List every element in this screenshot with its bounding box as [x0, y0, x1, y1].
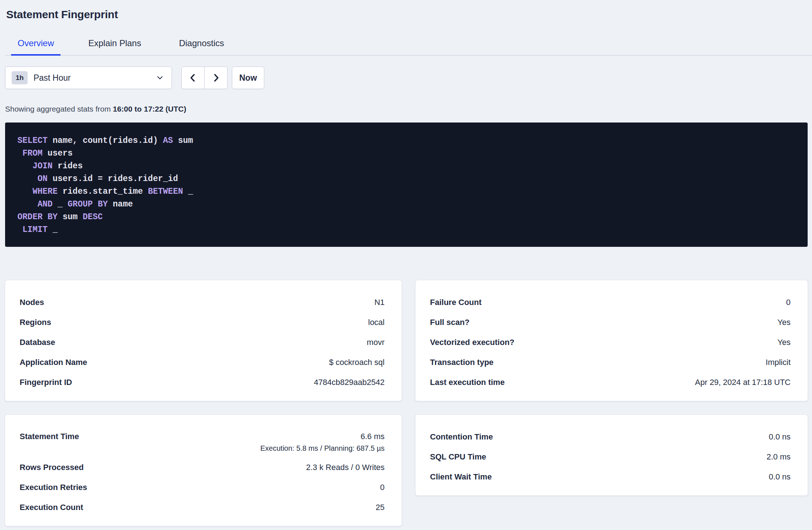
- rows-processed-label: Rows Processed: [20, 463, 91, 472]
- sql-keyword: DESC: [83, 212, 102, 222]
- last-execution-time-label: Last execution time: [430, 378, 512, 387]
- aggregated-stats-text: Showing aggregated stats from 16:00 to 1…: [5, 104, 808, 114]
- sql-line: LIMIT _: [17, 224, 793, 236]
- sql-statement: SELECT name, count(rides.id) AS sum FROM…: [17, 134, 793, 236]
- statement-time-value: 6.6 ms: [361, 431, 385, 442]
- sql-token: rides.start_time: [57, 187, 148, 196]
- prev-time-button[interactable]: [182, 67, 204, 89]
- row-sql-cpu-time: SQL CPU Time 2.0 ms: [430, 447, 791, 467]
- failure-count-label: Failure Count: [430, 298, 489, 307]
- sql-token: name, count(rides.id): [48, 136, 163, 145]
- sql-keyword: ON: [37, 174, 48, 184]
- statement-fingerprint-page: Statement Fingerprint Overview Explain P…: [0, 0, 812, 526]
- row-rows-processed: Rows Processed 2.3 k Reads / 0 Writes: [20, 457, 385, 477]
- time-range-label: Past Hour: [33, 73, 71, 83]
- row-application-name: Application Name $ cockroach sql: [20, 352, 385, 372]
- chevron-down-icon: [156, 73, 164, 82]
- fingerprint-id-label: Fingerprint ID: [20, 378, 79, 387]
- row-execution-retries: Execution Retries 0: [20, 477, 385, 497]
- client-wait-time-value: 0.0 ns: [769, 472, 791, 482]
- sql-token: users.id = rides.rider_id: [48, 174, 178, 184]
- row-transaction-type: Transaction type Implicit: [430, 352, 791, 372]
- sql-keyword: FROM: [23, 149, 43, 158]
- time-range-dropdown[interactable]: 1h Past Hour: [5, 67, 172, 89]
- sql-line: AND _ GROUP BY name: [17, 198, 793, 211]
- sql-keyword: AS: [163, 136, 173, 145]
- tab-explain-plans-label: Explain Plans: [88, 38, 141, 48]
- sql-token: name: [108, 200, 133, 209]
- tab-diagnostics[interactable]: Diagnostics: [179, 38, 224, 55]
- statement-overview-card: Nodes N1 Regions local Database movr App…: [5, 280, 402, 401]
- sql-token: _: [53, 200, 68, 209]
- sql-keyword: WHERE: [32, 187, 57, 196]
- application-name-value-link[interactable]: $ cockroach sql: [329, 358, 385, 367]
- chevron-left-icon: [188, 73, 198, 83]
- row-client-wait-time: Client Wait Time 0.0 ns: [430, 467, 791, 487]
- time-pager: [181, 67, 228, 89]
- execution-retries-value: 0: [380, 483, 385, 492]
- row-contention-time: Contention Time 0.0 ns: [430, 427, 791, 447]
- sql-line: ORDER BY sum DESC: [17, 211, 793, 224]
- fingerprint-id-value: 4784cb829aab2542: [314, 378, 385, 387]
- sql-keyword: LIMIT: [23, 225, 48, 234]
- row-execution-count: Execution Count 25: [20, 497, 385, 517]
- statement-time-values: 6.6 ms Execution: 5.8 ms / Planning: 687…: [260, 431, 385, 453]
- now-button[interactable]: Now: [232, 67, 264, 89]
- sql-keyword: AND: [37, 200, 52, 209]
- last-execution-time-value: Apr 29, 2024 at 17:18 UTC: [695, 378, 791, 387]
- aggregated-stats-prefix: Showing aggregated stats from: [5, 105, 113, 113]
- sql-cpu-time-value: 2.0 ms: [767, 452, 791, 462]
- nodes-label: Nodes: [20, 298, 51, 307]
- sql-token: [17, 149, 23, 158]
- client-wait-time-label: Client Wait Time: [430, 472, 499, 482]
- execution-attributes-card: Failure Count 0 Full scan? Yes Vectorize…: [415, 280, 808, 401]
- row-nodes: Nodes N1: [20, 292, 385, 312]
- sql-token: sum: [173, 136, 193, 145]
- sql-line: WHERE rides.start_time BETWEEN _: [17, 185, 793, 198]
- tab-overview[interactable]: Overview: [11, 38, 61, 55]
- row-fingerprint-id: Fingerprint ID 4784cb829aab2542: [20, 372, 385, 392]
- sql-line: JOIN rides: [17, 160, 793, 173]
- nodes-value-link[interactable]: N1: [374, 298, 385, 307]
- time-range-badge: 1h: [12, 71, 28, 84]
- sql-keyword: JOIN: [32, 161, 52, 171]
- sql-token: [17, 200, 37, 209]
- sql-keyword: GROUP BY: [68, 200, 108, 209]
- detail-cards: Nodes N1 Regions local Database movr App…: [5, 280, 808, 526]
- sql-token: sum: [57, 212, 83, 222]
- row-regions: Regions local: [20, 312, 385, 332]
- database-value: movr: [367, 338, 385, 347]
- contention-card: Contention Time 0.0 ns SQL CPU Time 2.0 …: [415, 415, 808, 495]
- active-tab-underline: [11, 54, 61, 56]
- page-title: Statement Fingerprint: [6, 7, 808, 22]
- full-scan-value: Yes: [777, 318, 791, 327]
- regions-label: Regions: [20, 318, 59, 327]
- tab-explain-plans[interactable]: Explain Plans: [88, 38, 141, 55]
- sql-token: _: [48, 225, 58, 234]
- contention-time-label: Contention Time: [430, 432, 500, 442]
- tab-diagnostics-label: Diagnostics: [179, 38, 224, 48]
- row-full-scan: Full scan? Yes: [430, 312, 791, 332]
- transaction-type-value: Implicit: [766, 358, 791, 367]
- sql-token: _: [183, 187, 193, 196]
- database-label: Database: [20, 338, 63, 347]
- statement-time-label: Statement Time: [20, 431, 86, 442]
- sql-token: [17, 225, 23, 234]
- statement-time-breakdown: Execution: 5.8 ms / Planning: 687.5 µs: [260, 444, 385, 453]
- aggregated-stats-range: 16:00 to 17:22 (UTC): [113, 105, 186, 113]
- row-statement-time: Statement Time 6.6 ms Execution: 5.8 ms …: [20, 427, 385, 457]
- row-failure-count: Failure Count 0: [430, 292, 791, 312]
- next-time-button[interactable]: [205, 67, 227, 89]
- full-scan-label: Full scan?: [430, 318, 477, 327]
- sql-line: FROM users: [17, 147, 793, 160]
- sql-token: rides: [53, 161, 83, 171]
- application-name-label: Application Name: [20, 358, 95, 367]
- sql-token: users: [43, 149, 73, 158]
- execution-count-label: Execution Count: [20, 503, 91, 512]
- sql-line: ON users.id = rides.rider_id: [17, 173, 793, 185]
- transaction-type-label: Transaction type: [430, 358, 501, 367]
- tab-overview-label: Overview: [17, 38, 54, 48]
- sql-keyword: SELECT: [17, 136, 48, 145]
- sql-keyword: ORDER BY: [17, 212, 57, 222]
- sql-line: SELECT name, count(rides.id) AS sum: [17, 134, 793, 147]
